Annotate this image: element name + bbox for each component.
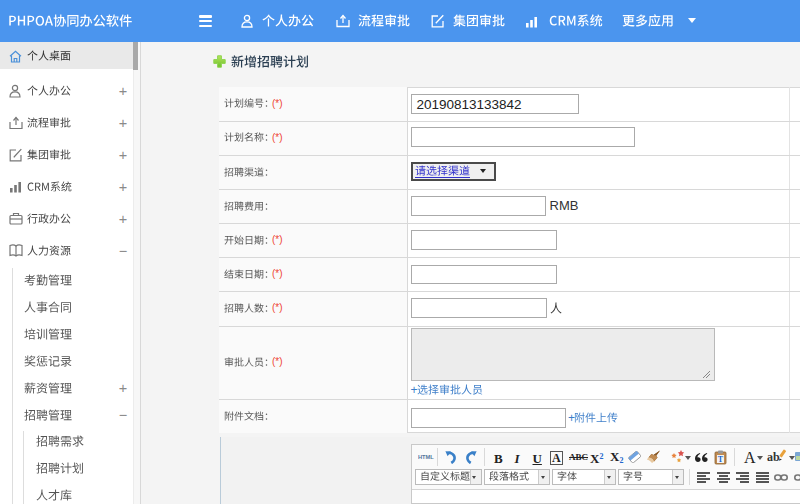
svg-text:T: T [718,455,724,464]
